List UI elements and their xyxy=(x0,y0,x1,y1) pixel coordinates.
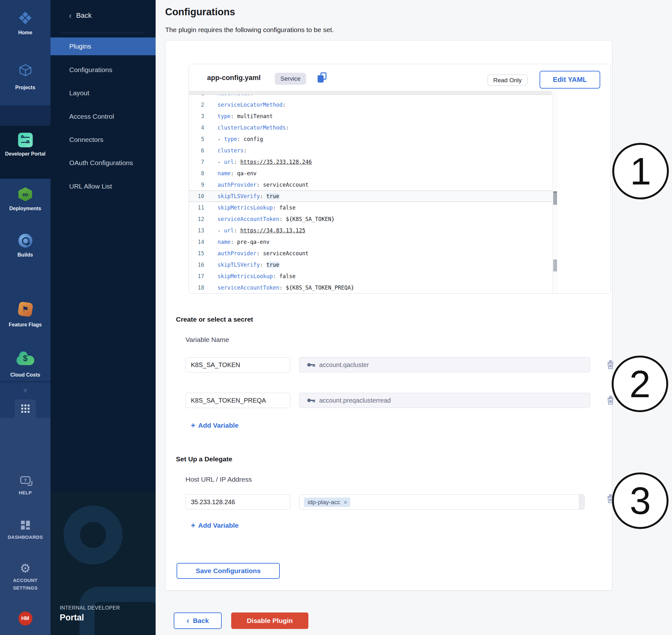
chip-close-icon[interactable] xyxy=(343,499,347,505)
yaml-line: 7 - url: https://35.233.128.246 xyxy=(189,156,552,168)
host-url-input[interactable] xyxy=(186,494,290,509)
page-subtitle: The plugin requires the following config… xyxy=(165,26,334,34)
yaml-editor-card: app-config.yaml Service Read Only Edit Y… xyxy=(189,64,611,294)
yaml-line: 8 name: qa-env xyxy=(189,168,552,179)
plus-icon xyxy=(191,521,195,530)
sidebar-item-account-settings[interactable]: ACCOUNT SETTINGS xyxy=(0,576,50,592)
secret-value: account.preqaclusterread xyxy=(319,397,391,404)
help-icon[interactable] xyxy=(0,476,50,484)
yaml-line-active: 10 skipTLSVerify: true xyxy=(189,191,552,202)
scrollbar-thumb[interactable] xyxy=(553,192,557,205)
sidebar-item-builds[interactable]: Builds xyxy=(0,251,50,258)
yaml-line: 5 - type: config xyxy=(189,133,552,145)
yaml-line: 15 authProvider: serviceAccount xyxy=(189,248,552,259)
gear-icon[interactable]: ⚙ xyxy=(0,562,50,575)
read-only-badge: Read Only xyxy=(487,74,527,86)
builds-icon[interactable] xyxy=(0,234,50,248)
add-variable-label: Add Variable xyxy=(198,522,239,529)
nav-back-label: Back xyxy=(76,12,92,20)
host-url-label: Host URL / IP Address xyxy=(186,476,252,483)
projects-cube-icon[interactable] xyxy=(0,63,50,78)
yaml-line: 12 serviceAccountToken: ${K8S_SA_TOKEN} xyxy=(189,213,552,225)
nav-item-connectors[interactable]: Connectors xyxy=(50,131,156,149)
sidebar-divider-strip xyxy=(0,105,50,126)
nav-item-layout[interactable]: Layout xyxy=(50,84,156,102)
yaml-line: 16 skipTLSVerify: true xyxy=(189,259,552,270)
yaml-editor-header: app-config.yaml Service Read Only Edit Y… xyxy=(189,64,610,91)
nav-footer-decoration: INTERNAL DEVELOPER Portal xyxy=(50,491,156,635)
secret-select-1[interactable]: account.qacluster xyxy=(299,357,590,372)
horizontal-scrollbar[interactable] xyxy=(189,91,551,95)
vertical-scrollbar[interactable] xyxy=(552,91,558,294)
yaml-filename: app-config.yaml xyxy=(207,74,261,82)
nav-item-url-allow-list[interactable]: URL Allow List xyxy=(50,177,156,195)
feature-flags-icon[interactable] xyxy=(0,302,50,316)
yaml-line: 17 skipMetricsLookup: false xyxy=(189,270,552,282)
sidebar-item-feature-flags[interactable]: Feature Flags xyxy=(0,321,50,328)
dashboards-icon[interactable] xyxy=(0,521,50,530)
chevron-down-icon[interactable]: ▼ xyxy=(0,387,50,395)
sidebar-item-home[interactable]: Home xyxy=(0,29,50,36)
annotation-circle-3: 3 xyxy=(612,473,669,529)
add-variable-delegate-button[interactable]: Add Variable xyxy=(191,521,239,530)
module-sidebar: ▼ ❖ Home Projects Developer Portal Deplo… xyxy=(0,0,50,635)
service-badge: Service xyxy=(275,73,306,85)
disable-plugin-button[interactable]: Disable Plugin xyxy=(231,612,308,629)
portal-kicker: INTERNAL DEVELOPER xyxy=(60,605,120,611)
delete-variable-1-button[interactable] xyxy=(606,360,615,370)
secret-select-2[interactable]: account.preqaclusterread xyxy=(299,393,590,408)
rounded-square-decoration xyxy=(80,587,156,635)
harness-logo-icon[interactable]: ❖ xyxy=(0,9,50,27)
cloud-costs-icon[interactable] xyxy=(0,353,50,365)
secrets-heading: Create or select a secret xyxy=(176,315,253,323)
deployments-icon[interactable] xyxy=(0,187,50,201)
sidebar-item-deployments[interactable]: Deployments xyxy=(0,205,50,212)
back-button-label: Back xyxy=(193,617,209,625)
developer-portal-icon[interactable] xyxy=(0,133,50,147)
configurations-panel: app-config.yaml Service Read Only Edit Y… xyxy=(165,40,612,591)
tag-field-addon xyxy=(579,495,584,509)
sidebar-item-developer-portal[interactable]: Developer Portal xyxy=(0,151,50,157)
chip-label: idp-play-acc xyxy=(308,499,340,506)
delegate-tags-field[interactable]: idp-play-acc xyxy=(299,494,585,509)
yaml-line: 3 type: multiTenant xyxy=(189,110,552,122)
delegate-tag-chip: idp-play-acc xyxy=(304,498,350,507)
key-icon xyxy=(306,398,316,403)
yaml-line: 14 name: pre-qa-env xyxy=(189,236,552,248)
delegate-heading: Set Up a Delegate xyxy=(176,455,232,463)
yaml-line: 4 clusterLocatorMethods: xyxy=(189,122,552,133)
save-configurations-button[interactable]: Save Configurations xyxy=(177,563,280,579)
yaml-line: 11 skipMetricsLookup: false xyxy=(189,202,552,213)
variable-name-input-1[interactable] xyxy=(186,357,290,372)
edit-yaml-button[interactable]: Edit YAML xyxy=(540,71,600,89)
add-variable-secret-button[interactable]: Add Variable xyxy=(191,421,239,430)
plus-icon xyxy=(191,421,195,430)
nav-item-access-control[interactable]: Access Control xyxy=(50,108,156,126)
nav-back-button[interactable]: ‹ Back xyxy=(69,12,92,20)
yaml-line: 6 clusters: xyxy=(189,145,552,156)
page-title: Configurations xyxy=(165,6,235,18)
sidebar-item-help[interactable]: HELP xyxy=(0,489,50,497)
nav-item-oauth-configurations[interactable]: OAuth Configurations xyxy=(50,154,156,172)
sidebar-item-projects[interactable]: Projects xyxy=(0,84,50,91)
module-switcher-button[interactable] xyxy=(15,399,36,418)
delete-variable-2-button[interactable] xyxy=(606,396,615,406)
annotation-circle-1: 1 xyxy=(612,143,669,199)
add-variable-label: Add Variable xyxy=(198,422,239,429)
avatar-initials: HM xyxy=(21,616,29,621)
chevron-left-icon: ‹ xyxy=(187,617,189,624)
copy-icon[interactable] xyxy=(318,72,326,83)
user-avatar[interactable]: HM xyxy=(0,612,50,626)
plugin-settings-nav: ‹ Back Plugins Configurations Layout Acc… xyxy=(50,0,156,635)
nav-item-configurations[interactable]: Configurations xyxy=(50,61,156,79)
key-icon xyxy=(306,362,316,367)
variable-name-input-2[interactable] xyxy=(186,393,290,408)
ring-decoration xyxy=(64,505,123,565)
sidebar-item-cloud-costs[interactable]: Cloud Costs xyxy=(0,371,50,378)
back-button[interactable]: ‹ Back xyxy=(174,612,222,629)
chevron-left-icon: ‹ xyxy=(69,12,72,20)
annotation-circle-2: 2 xyxy=(612,356,668,412)
yaml-line: 18 serviceAccountToken: ${K8S_SA_TOKEN_P… xyxy=(189,282,552,293)
sidebar-item-dashboards[interactable]: DASHBOARDS xyxy=(0,533,50,541)
nav-item-plugins[interactable]: Plugins xyxy=(50,38,156,55)
